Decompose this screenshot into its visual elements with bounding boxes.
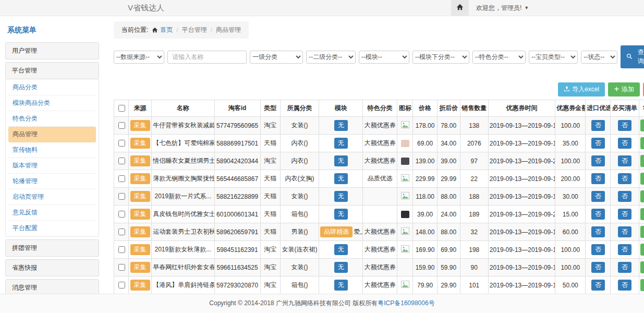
price: 169.90 <box>413 241 437 259</box>
discount-price: 34.00 <box>437 135 460 152</box>
row-checkbox[interactable] <box>118 193 125 200</box>
filter-select[interactable]: --特色分类-- <box>472 51 526 64</box>
must-buy-toggle[interactable]: 否 <box>618 280 631 291</box>
status-button[interactable]: 上架 <box>640 190 644 202</box>
status-button[interactable]: 上架 <box>640 261 644 273</box>
feature-category <box>363 188 397 206</box>
import-select-toggle[interactable]: 否 <box>591 209 605 220</box>
row-checkbox[interactable] <box>118 122 125 129</box>
sidebar-group[interactable]: 用户管理 <box>5 42 99 59</box>
module-cell: 无 <box>319 117 363 135</box>
select-all-checkbox[interactable] <box>118 105 125 112</box>
import-select-toggle[interactable]: 否 <box>591 280 605 291</box>
sidebar-subitem[interactable]: 特色分类 <box>8 111 96 127</box>
import-select-toggle[interactable]: 否 <box>591 244 605 255</box>
filter-select[interactable]: --状态-- <box>581 51 617 64</box>
breadcrumb-home-link[interactable]: 首页 <box>152 26 173 34</box>
feature-category: 大额优惠券 <box>363 241 397 259</box>
sidebar-group[interactable]: 拼团管理 <box>5 239 99 257</box>
filter-select[interactable]: --二级分类-- <box>306 51 355 64</box>
app-title: V省钱达人 <box>128 3 164 13</box>
import-select-toggle[interactable]: 否 <box>591 226 605 237</box>
must-buy-toggle[interactable]: 否 <box>618 191 631 202</box>
must-buy-toggle[interactable]: 否 <box>618 173 631 184</box>
sidebar-group[interactable]: 平台管理 <box>5 62 99 79</box>
table-row: 采集 运动套装男士卫衣初秋... 589620659791 天猫 男装() 品牌… <box>114 223 644 241</box>
status-button[interactable]: 上架 <box>640 244 644 256</box>
row-checkbox[interactable] <box>118 246 125 253</box>
status-button[interactable]: 上架 <box>640 279 644 291</box>
icp-link[interactable]: 粤ICP备16098006号 <box>378 299 434 307</box>
table-row: 采集 情侣睡衣女夏丝绸男士... 589042420344 淘宝 内衣() 无 … <box>114 152 644 170</box>
filter-select[interactable]: --模块-- <box>359 51 409 64</box>
query-button[interactable]: 查询 <box>621 45 644 68</box>
sidebar-subitem[interactable]: 轮播管理 <box>8 174 96 189</box>
home-button[interactable] <box>451 0 469 16</box>
sidebar-group[interactable]: 消息管理 <box>5 279 99 294</box>
broken-image-icon <box>401 174 409 183</box>
row-checkbox[interactable] <box>118 282 125 288</box>
module-cell: 无 <box>319 170 363 188</box>
must-buy-toggle[interactable]: 否 <box>618 244 631 255</box>
must-buy-toggle[interactable]: 否 <box>618 155 631 166</box>
row-checkbox[interactable] <box>118 175 125 182</box>
status-button[interactable]: 上架 <box>640 226 644 238</box>
import-select-toggle[interactable]: 否 <box>591 191 605 202</box>
source-badge: 采集 <box>130 262 150 273</box>
row-checkbox[interactable] <box>118 158 125 164</box>
product-name: 【港风】单肩斜挎链条... <box>152 276 214 294</box>
must-buy-toggle[interactable]: 否 <box>618 209 631 220</box>
status-button[interactable]: 上架 <box>640 173 644 185</box>
coupon-amount: 100.00 <box>555 241 586 259</box>
filter-select[interactable]: --宝贝类型-- <box>529 51 578 64</box>
row-checkbox[interactable] <box>118 140 125 147</box>
status-button[interactable]: 上架 <box>640 208 644 220</box>
sidebar-subitem[interactable]: 版本管理 <box>8 158 96 174</box>
coupon-time: 2019-09-13—2019-09-17 <box>488 117 555 135</box>
import-select-toggle[interactable]: 否 <box>591 155 605 166</box>
sidebar-subitem[interactable]: 模块商品分类 <box>8 95 96 111</box>
row-checkbox[interactable] <box>118 211 125 218</box>
status-button[interactable]: 上架 <box>640 119 644 131</box>
sales-count: 90 <box>460 259 488 276</box>
user-menu[interactable]: 欢迎您，管理员! ▼ <box>476 4 529 13</box>
import-select-toggle[interactable]: 否 <box>591 262 605 273</box>
import-select-toggle[interactable]: 否 <box>591 138 605 149</box>
sidebar-subitem[interactable]: 宣传物料 <box>8 142 96 158</box>
sidebar-subitem[interactable]: 意见反馈 <box>8 205 96 221</box>
column-header: 优惠券时间 <box>488 100 555 117</box>
sidebar-group[interactable]: 省惠快报 <box>5 259 99 276</box>
filter-select[interactable]: --模块下分类-- <box>412 51 469 64</box>
breadcrumb-item[interactable]: 平台管理 <box>182 26 207 34</box>
filter-select[interactable]: 一级分类 <box>250 51 303 64</box>
sidebar-subitem[interactable]: 商品分类 <box>8 80 96 95</box>
product-type: 天猫 <box>260 206 280 223</box>
must-buy-toggle[interactable]: 否 <box>618 138 631 149</box>
sidebar-subitem[interactable]: 启动页管理 <box>8 189 96 205</box>
price: 148.00 <box>413 223 437 241</box>
status-button[interactable]: 上架 <box>640 155 644 167</box>
status-button[interactable]: 上架 <box>640 137 644 149</box>
sidebar-subitem[interactable]: 商品管理 <box>8 127 96 142</box>
product-type: 天猫 <box>260 170 280 188</box>
must-buy-toggle[interactable]: 否 <box>618 262 631 273</box>
discount-price: 24.00 <box>437 206 460 223</box>
source-badge: 采集 <box>130 209 150 220</box>
sidebar-menu: 用户管理平台管理商品分类模块商品分类特色分类商品管理宣传物料版本管理轮播管理启动… <box>5 42 99 294</box>
sidebar-subitem[interactable]: 平台配置 <box>8 221 96 236</box>
import-select-toggle[interactable]: 否 <box>591 120 605 131</box>
breadcrumb-item[interactable]: 商品管理 <box>216 26 241 34</box>
must-buy-toggle[interactable]: 否 <box>618 120 631 131</box>
product-category: 箱包() <box>280 206 319 223</box>
import-select-toggle[interactable]: 否 <box>591 173 605 184</box>
row-checkbox[interactable] <box>118 264 125 271</box>
product-category: 内衣() <box>280 152 319 170</box>
must-buy-toggle[interactable]: 否 <box>618 226 631 237</box>
import-excel-button[interactable]: 导入excel <box>558 82 605 97</box>
filter-select[interactable]: --数据来源-- <box>114 51 164 64</box>
row-checkbox[interactable] <box>118 228 125 235</box>
add-button[interactable]: 添加 <box>608 82 640 97</box>
content-layout: 系统菜单 用户管理平台管理商品分类模块商品分类特色分类商品管理宣传物料版本管理轮… <box>0 16 644 294</box>
search-input[interactable] <box>167 51 247 64</box>
module-badge: 无 <box>334 138 348 149</box>
